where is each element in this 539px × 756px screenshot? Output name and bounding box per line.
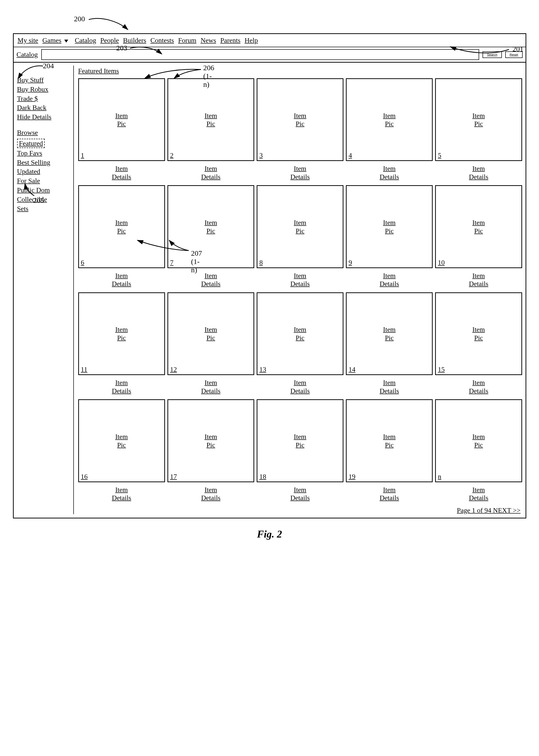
- sidebar-link-hide-details[interactable]: Hide Details: [17, 112, 73, 122]
- nav-games[interactable]: Games: [42, 37, 61, 44]
- chevron-down-icon: [64, 40, 68, 43]
- item-details-link[interactable]: ItemDetails: [290, 378, 310, 395]
- sidebar-link-best-selling[interactable]: Best Selling: [17, 158, 73, 167]
- item-pic[interactable]: ItemPic4: [346, 78, 433, 161]
- item-details-link[interactable]: ItemDetails: [201, 486, 220, 502]
- item-details-label: Item: [469, 486, 488, 494]
- item-pic[interactable]: ItemPic1: [78, 78, 165, 161]
- item-details-link[interactable]: ItemDetails: [201, 164, 220, 181]
- item-pic-label: Pic: [204, 441, 217, 449]
- item-details-link[interactable]: ItemDetails: [380, 272, 399, 288]
- nav-forum[interactable]: Forum: [178, 37, 196, 44]
- sidebar-featured-selected[interactable]: Featured: [17, 139, 45, 148]
- item-pic[interactable]: ItemPic10: [435, 185, 522, 268]
- item-card: ItemPic5ItemDetails: [435, 78, 522, 181]
- item-details-label: Details: [380, 280, 399, 288]
- item-pic-label: Pic: [383, 334, 396, 342]
- item-pic[interactable]: ItemPicn: [435, 399, 522, 482]
- pager-next[interactable]: Page 1 of 94 NEXT >>: [78, 507, 522, 514]
- nav-people[interactable]: People: [100, 37, 119, 44]
- item-card: ItemPic11ItemDetails: [78, 292, 165, 395]
- nav-contests[interactable]: Contests: [150, 37, 174, 44]
- item-details-label: Details: [469, 387, 488, 395]
- top-nav: My site Games Catalog People Builders Co…: [14, 34, 525, 47]
- item-card: ItemPic9ItemDetails: [346, 185, 433, 288]
- item-pic-label: Pic: [294, 441, 306, 449]
- item-pic[interactable]: ItemPic12: [168, 292, 254, 375]
- item-pic[interactable]: ItemPic8: [257, 185, 344, 268]
- annotation-207: 207 (1-n): [191, 249, 202, 274]
- sidebar-link-top-favs[interactable]: Top Favs: [17, 148, 73, 158]
- item-details-label: Details: [201, 387, 220, 395]
- nav-help[interactable]: Help: [245, 37, 258, 44]
- sidebar-link-updated[interactable]: Updated: [17, 167, 73, 176]
- item-pic[interactable]: ItemPic9: [346, 185, 433, 268]
- nav-builders[interactable]: Builders: [123, 37, 146, 44]
- item-pic-label: Pic: [472, 227, 485, 235]
- item-details-label: Item: [290, 164, 310, 173]
- item-pic[interactable]: ItemPic3: [257, 78, 344, 161]
- item-details-link[interactable]: ItemDetails: [112, 486, 131, 502]
- item-number: 16: [81, 473, 88, 481]
- item-pic-label: Pic: [204, 227, 217, 235]
- item-card: ItemPic10ItemDetails: [435, 185, 522, 288]
- content-area: Featured Items 206 (1-n) ItemPic1ItemDet…: [73, 65, 522, 514]
- item-details-link[interactable]: ItemDetails: [469, 486, 488, 502]
- item-pic[interactable]: ItemPic14: [346, 292, 433, 375]
- item-pic[interactable]: ItemPic18: [257, 399, 344, 482]
- nav-my-site[interactable]: My site: [18, 37, 38, 44]
- sidebar-link-dark-back[interactable]: Dark Back: [17, 103, 73, 112]
- item-details-link[interactable]: ItemDetails: [290, 272, 310, 288]
- item-pic[interactable]: ItemPic19: [346, 399, 433, 482]
- item-pic[interactable]: ItemPic11: [78, 292, 165, 375]
- item-details-link[interactable]: ItemDetails: [290, 486, 310, 502]
- item-details-label: Details: [201, 173, 220, 181]
- item-details-label: Item: [201, 486, 220, 494]
- item-details-link[interactable]: ItemDetails: [112, 272, 131, 288]
- item-details-link[interactable]: ItemDetails: [201, 378, 220, 395]
- item-details-link[interactable]: ItemDetails: [112, 378, 131, 395]
- annotation-201: 201: [512, 45, 524, 53]
- item-details-label: Item: [469, 378, 488, 387]
- item-card: ItemPic3ItemDetails: [257, 78, 344, 181]
- item-pic-label: Pic: [472, 334, 485, 342]
- annotation-203: 203: [116, 44, 127, 52]
- item-details-link[interactable]: ItemDetails: [380, 486, 399, 502]
- item-number: 14: [348, 365, 355, 373]
- item-pic[interactable]: ItemPic17: [168, 399, 254, 482]
- item-number: 12: [170, 365, 177, 373]
- nav-parents[interactable]: Parents: [220, 37, 240, 44]
- item-details-label: Item: [380, 486, 399, 494]
- item-details-link[interactable]: ItemDetails: [380, 378, 399, 395]
- item-pic[interactable]: ItemPic15: [435, 292, 522, 375]
- item-details-link[interactable]: ItemDetails: [469, 378, 488, 395]
- sidebar-link-buy-robux[interactable]: Buy Robux: [17, 85, 73, 94]
- item-card: ItemPic7ItemDetails: [168, 185, 254, 288]
- section-title: Featured Items: [78, 67, 119, 75]
- item-details-label: Item: [112, 272, 131, 280]
- sidebar-link-trade-[interactable]: Trade $: [17, 94, 73, 103]
- item-details-link[interactable]: ItemDetails: [112, 164, 131, 181]
- item-details-label: Details: [112, 173, 131, 181]
- item-pic[interactable]: ItemPic16: [78, 399, 165, 482]
- item-pic-label: Pic: [472, 441, 485, 449]
- item-details-link[interactable]: ItemDetails: [380, 164, 399, 181]
- nav-news[interactable]: News: [200, 37, 216, 44]
- item-pic[interactable]: ItemPic13: [257, 292, 344, 375]
- nav-catalog[interactable]: Catalog: [75, 37, 96, 44]
- item-card: ItemPic2ItemDetails: [168, 78, 254, 181]
- item-details-link[interactable]: ItemDetails: [469, 272, 488, 288]
- search-input[interactable]: [41, 49, 479, 60]
- item-pic[interactable]: ItemPic6: [78, 185, 165, 268]
- item-details-link[interactable]: ItemDetails: [201, 272, 220, 288]
- item-number: 17: [170, 473, 177, 481]
- item-pic[interactable]: ItemPic5: [435, 78, 522, 161]
- item-pic[interactable]: ItemPic2: [168, 78, 254, 161]
- item-details-link[interactable]: ItemDetails: [290, 164, 310, 181]
- item-number: 9: [348, 259, 352, 266]
- sidebar-link-sets[interactable]: Sets: [17, 204, 73, 213]
- item-pic[interactable]: ItemPic7: [168, 185, 254, 268]
- item-pic-label: Item: [383, 112, 396, 120]
- item-details-link[interactable]: ItemDetails: [469, 164, 488, 181]
- item-details-label: Item: [380, 272, 399, 280]
